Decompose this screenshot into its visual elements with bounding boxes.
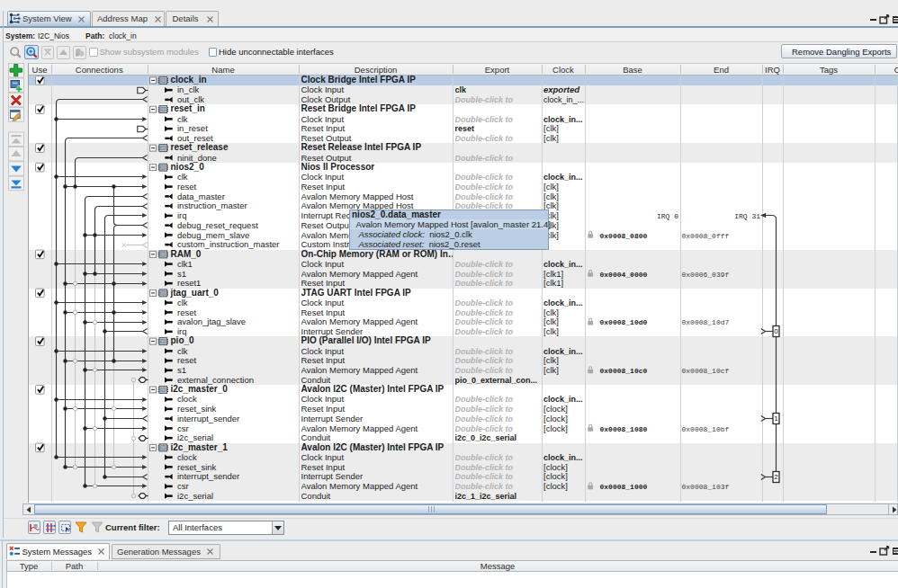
svg-text:1: 1: [774, 414, 778, 423]
svg-text:2: 2: [774, 473, 778, 481]
svg-text:0: 0: [774, 327, 778, 335]
